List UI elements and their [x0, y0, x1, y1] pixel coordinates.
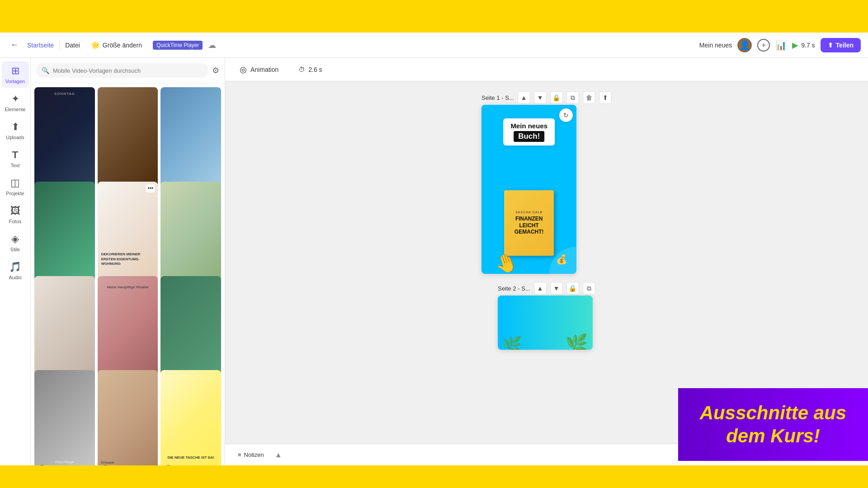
projekte-icon: ◫	[10, 177, 20, 189]
page-collapse-up[interactable]: ▲	[518, 91, 530, 104]
size-icon: 🌟	[91, 41, 100, 49]
templates-panel: 🔍 ⚙ SONNTAG ▶ ▶ ▶	[31, 58, 225, 465]
notes-label: Notizen	[244, 451, 264, 458]
cloud-icon[interactable]: ☁	[208, 40, 216, 50]
sidebar-item-stile[interactable]: ◈ Stile	[2, 230, 29, 256]
page-delete[interactable]: 🗑	[583, 91, 595, 104]
book-title-line3: GEMACHT!	[514, 229, 544, 235]
page2-lock[interactable]: 🔒	[566, 282, 579, 295]
chart-icon[interactable]: 📊	[775, 40, 787, 51]
animation-button[interactable]: ◎ Animation	[234, 62, 284, 77]
promo-overlay: Ausschnitte aus dem Kurs!	[678, 388, 868, 461]
elemente-icon: ✦	[11, 93, 19, 105]
sidebar-item-vorlagen[interactable]: ⊞ Vorlagen	[2, 61, 29, 88]
page-lock[interactable]: 🔒	[550, 91, 563, 104]
book-title-line1: FINANZEN	[515, 216, 543, 222]
time-label: 2.6 s	[308, 66, 322, 73]
page-2-label: Seite 2 - S...	[498, 285, 530, 292]
page2-collapse-up[interactable]: ▲	[534, 282, 547, 295]
play-button[interactable]: ▶ 9.7 s	[792, 40, 815, 50]
template-card[interactable]: ▶	[34, 182, 95, 289]
template-card[interactable]: Foto-Pflege ▶	[34, 370, 95, 465]
animation-label: Animation	[250, 66, 278, 73]
back-button[interactable]: ←	[7, 38, 22, 52]
more-button[interactable]: •••	[146, 184, 156, 192]
page-1-label: Seite 1 - S...	[481, 94, 514, 101]
template-card[interactable]: Erneuere ▶	[98, 370, 158, 465]
timeline-icon[interactable]: ▲	[275, 451, 282, 459]
page-share[interactable]: ⬆	[599, 91, 612, 104]
fotos-icon: 🖼	[10, 205, 20, 217]
template-card[interactable]: SONNTAG ▶	[34, 87, 95, 195]
project-title: Mein neues	[699, 42, 732, 49]
promo-line1: Ausschnitte aus	[700, 402, 846, 423]
page-duplicate[interactable]: ⧉	[566, 91, 579, 104]
datei-menu[interactable]: Datei	[65, 42, 80, 49]
play-time: 9.7 s	[801, 42, 815, 49]
share-button[interactable]: ⬆ Teilen	[821, 38, 861, 52]
notes-button[interactable]: ≡ Notizen	[234, 450, 268, 460]
template-card[interactable]: ▶	[34, 276, 95, 384]
stile-label: Stile	[10, 247, 20, 252]
divider	[59, 41, 60, 50]
sidebar: ⊞ Vorlagen ✦ Elemente ⬆ Uploads T Text ◫…	[0, 58, 31, 465]
uploads-label: Uploads	[6, 135, 24, 140]
fotos-label: Fotos	[9, 219, 22, 224]
vorlagen-icon: ⊞	[11, 65, 19, 77]
page2-collapse-down[interactable]: ▼	[550, 282, 563, 295]
filter-button[interactable]: ⚙	[212, 66, 219, 75]
page2-duplicate[interactable]: ⧉	[583, 282, 595, 295]
share-label: Teilen	[836, 42, 854, 49]
elemente-label: Elemente	[5, 107, 25, 112]
size-change-button[interactable]: 🌟 Größe ändern	[85, 38, 147, 52]
template-card[interactable]: ▶	[160, 276, 221, 384]
page-2-wrapper: Seite 2 - S... ▲ ▼ 🔒 ⧉ 🌿 🌿	[498, 281, 595, 350]
page-1-label-row: Seite 1 - S... ▲ ▼ 🔒 ⧉ 🗑 ⬆	[481, 90, 612, 105]
avatar: 👤	[737, 38, 752, 52]
canvas-toolbar: ◎ Animation ⏱ 2.6 s	[225, 58, 868, 81]
book-cover: SASCHA GALB FINANZEN LEICHT GEMACHT!	[504, 190, 554, 256]
notes-icon: ≡	[238, 451, 241, 458]
sidebar-item-uploads[interactable]: ⬆ Uploads	[2, 117, 29, 144]
audio-label: Audio	[9, 275, 21, 280]
sidebar-item-audio[interactable]: 🎵 Audio	[2, 258, 29, 284]
sidebar-item-text[interactable]: T Text	[2, 145, 29, 172]
header-left: ← Startseite Datei 🌟 Größe ändern QuickT…	[7, 38, 694, 52]
sidebar-item-elemente[interactable]: ✦ Elemente	[2, 89, 29, 116]
template-card[interactable]: Meine Hautpflege Routine ▶	[98, 276, 158, 384]
template-card[interactable]: ▶	[98, 87, 158, 195]
stile-icon: ◈	[11, 233, 19, 245]
page-2-card: Seite 2 - S... ▲ ▼ 🔒 ⧉ 🌿 🌿	[498, 281, 595, 350]
uploads-icon: ⬆	[11, 121, 19, 133]
quicktime-badge: QuickTime Player	[153, 41, 203, 50]
search-bar: 🔍 ⚙	[31, 58, 225, 84]
add-user-button[interactable]: +	[757, 39, 770, 52]
audio-icon: 🎵	[9, 261, 21, 273]
projekte-label: Projekte	[6, 191, 24, 196]
sidebar-item-fotos[interactable]: 🖼 Fotos	[2, 202, 29, 228]
search-input-wrap: 🔍	[36, 63, 208, 78]
slide-2[interactable]: 🌿 🌿	[498, 296, 593, 350]
slide-refresh-button[interactable]: ↻	[559, 108, 573, 122]
template-card[interactable]: DIE NEUE TASCHE IST DA! ▶	[160, 370, 221, 465]
search-input[interactable]	[53, 67, 203, 74]
template-card[interactable]: ••• DEKORIEREN MEINER ERSTEN EIGENTUMS-W…	[98, 182, 158, 289]
page-collapse-down[interactable]: ▼	[534, 91, 547, 104]
promo-text: Ausschnitte aus dem Kurs!	[696, 402, 850, 447]
slide-1[interactable]: ↻ Mein neues Buch! SASCHA GALB FINANZEN	[481, 105, 576, 274]
sidebar-item-projekte[interactable]: ◫ Projekte	[2, 174, 29, 200]
home-link[interactable]: Startseite	[27, 42, 54, 49]
yellow-bar-top	[0, 0, 868, 33]
search-icon: 🔍	[42, 67, 49, 74]
template-card[interactable]: ▶	[160, 87, 221, 195]
slide-title-line2: Buch!	[514, 131, 544, 142]
template-card[interactable]: ▶	[160, 182, 221, 289]
header: ← Startseite Datei 🌟 Größe ändern QuickT…	[0, 33, 868, 58]
time-button[interactable]: ⏱ 2.6 s	[293, 63, 327, 76]
header-right: Mein neues 👤 + 📊 ▶ 9.7 s ⬆ Teilen	[699, 38, 861, 52]
share-icon: ⬆	[828, 42, 833, 49]
yellow-bar-bottom	[0, 465, 868, 488]
promo-line2: dem Kurs!	[726, 425, 820, 446]
book-title-line2: LEICHT	[519, 222, 539, 229]
text-icon: T	[12, 149, 18, 161]
